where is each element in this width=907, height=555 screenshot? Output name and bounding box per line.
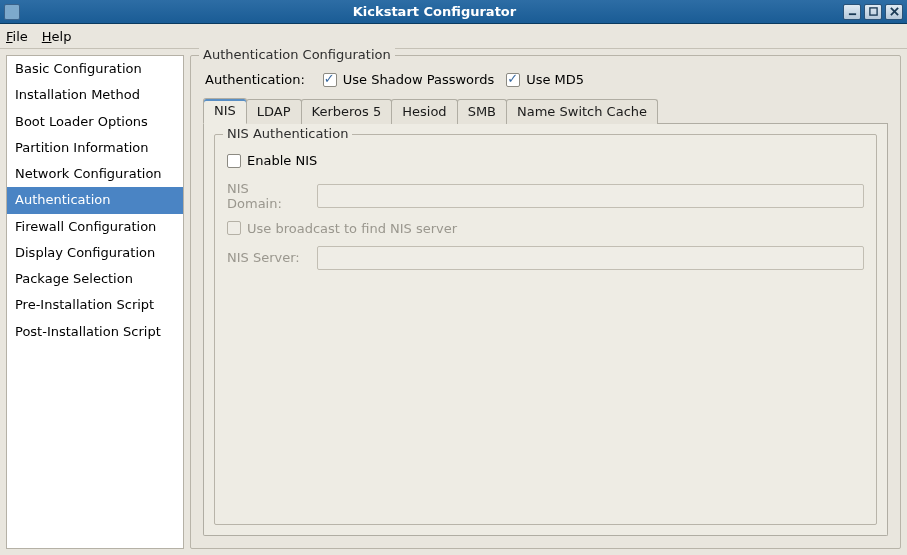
sidebar-item-package-selection[interactable]: Package Selection	[7, 266, 183, 292]
minimize-button[interactable]	[843, 4, 861, 20]
menu-help-rest: elp	[52, 29, 72, 44]
menu-file-rest: ile	[13, 29, 28, 44]
maximize-button[interactable]	[864, 4, 882, 20]
tab-nis[interactable]: NIS	[203, 98, 247, 124]
tab-smb[interactable]: SMB	[457, 99, 507, 124]
sidebar-item-firewall-configuration[interactable]: Firewall Configuration	[7, 214, 183, 240]
window-titlebar: Kickstart Configurator	[0, 0, 907, 24]
enable-nis-label: Enable NIS	[247, 153, 317, 168]
menu-help[interactable]: Help	[42, 29, 72, 44]
sidebar-item-boot-loader-options[interactable]: Boot Loader Options	[7, 109, 183, 135]
tab-hesiod[interactable]: Hesiod	[391, 99, 457, 124]
close-button[interactable]	[885, 4, 903, 20]
nis-domain-input[interactable]	[317, 184, 864, 208]
authentication-row: Authentication: Use Shadow Passwords Use…	[205, 72, 888, 87]
content-area: Authentication Configuration Authenticat…	[190, 55, 901, 549]
tab-ldap[interactable]: LDAP	[246, 99, 302, 124]
window-controls	[843, 4, 903, 20]
use-broadcast-label: Use broadcast to find NIS server	[247, 221, 457, 236]
authentication-configuration-group: Authentication Configuration Authenticat…	[190, 55, 901, 549]
sidebar-item-network-configuration[interactable]: Network Configuration	[7, 161, 183, 187]
tab-panel-nis: NIS Authentication Enable NIS NIS Domain…	[203, 124, 888, 536]
window-title: Kickstart Configurator	[26, 4, 843, 19]
checkbox-icon	[323, 73, 337, 87]
enable-nis-checkbox[interactable]: Enable NIS	[227, 153, 317, 168]
tab-name-switch-cache[interactable]: Name Switch Cache	[506, 99, 658, 124]
menubar: File Help	[0, 24, 907, 49]
authentication-label: Authentication:	[205, 72, 305, 87]
checkbox-icon	[506, 73, 520, 87]
sidebar-item-installation-method[interactable]: Installation Method	[7, 82, 183, 108]
nis-server-label: NIS Server:	[227, 250, 307, 265]
use-md5-checkbox[interactable]: Use MD5	[506, 72, 584, 87]
nis-server-input[interactable]	[317, 246, 864, 270]
use-md5-label: Use MD5	[526, 72, 584, 87]
menu-file[interactable]: File	[6, 29, 28, 44]
app-icon	[4, 4, 20, 20]
auth-tabs: NIS LDAP Kerberos 5 Hesiod SMB Name Swit…	[203, 97, 888, 124]
sidebar-item-pre-installation-script[interactable]: Pre-Installation Script	[7, 292, 183, 318]
tab-kerberos5[interactable]: Kerberos 5	[301, 99, 393, 124]
minimize-icon	[848, 7, 857, 16]
sidebar-item-basic-configuration[interactable]: Basic Configuration	[7, 56, 183, 82]
nis-domain-row: NIS Domain:	[227, 181, 864, 211]
checkbox-icon	[227, 221, 241, 235]
nis-authentication-group: NIS Authentication Enable NIS NIS Domain…	[214, 134, 877, 525]
sidebar-item-partition-information[interactable]: Partition Information	[7, 135, 183, 161]
sidebar: Basic Configuration Installation Method …	[6, 55, 184, 549]
nis-domain-label: NIS Domain:	[227, 181, 307, 211]
sidebar-item-display-configuration[interactable]: Display Configuration	[7, 240, 183, 266]
svg-rect-1	[869, 8, 876, 15]
sidebar-item-authentication[interactable]: Authentication	[7, 187, 183, 213]
nis-group-title: NIS Authentication	[223, 126, 352, 141]
use-broadcast-row: Use broadcast to find NIS server	[227, 221, 864, 236]
use-shadow-passwords-checkbox[interactable]: Use Shadow Passwords	[323, 72, 494, 87]
group-title: Authentication Configuration	[199, 47, 395, 62]
sidebar-item-post-installation-script[interactable]: Post-Installation Script	[7, 319, 183, 345]
use-shadow-passwords-label: Use Shadow Passwords	[343, 72, 494, 87]
checkbox-icon	[227, 154, 241, 168]
client-area: Basic Configuration Installation Method …	[0, 49, 907, 555]
use-broadcast-checkbox[interactable]: Use broadcast to find NIS server	[227, 221, 457, 236]
nis-server-row: NIS Server:	[227, 246, 864, 270]
close-icon	[890, 7, 899, 16]
maximize-icon	[869, 7, 878, 16]
